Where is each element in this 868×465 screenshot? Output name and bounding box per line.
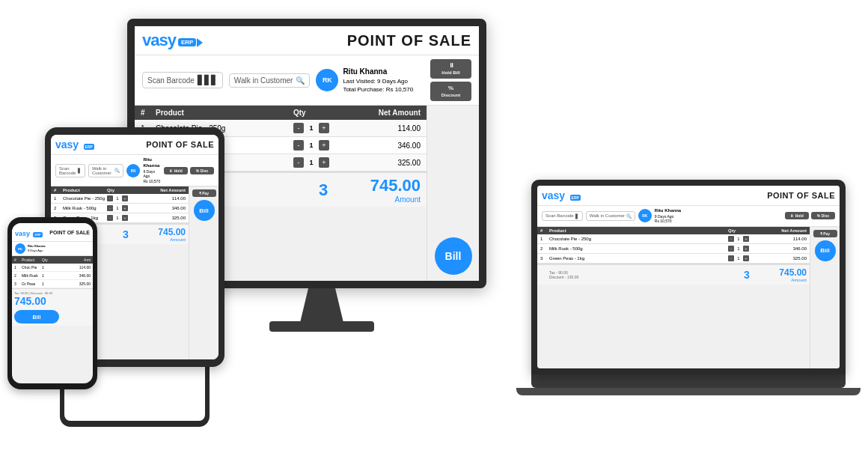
tablet-table-header: # Product Qty Net Amount	[51, 186, 189, 194]
laptop-bill-btn[interactable]: Bill	[815, 240, 836, 261]
tablet-toolbar: Scan Barcode ▋ Walk in Customer 🔍 RK Rit…	[51, 155, 218, 186]
tablet-total-amount-cell: 745.00 Amount	[144, 227, 186, 242]
phone-header: vasy ERP POINT OF SALE	[12, 223, 93, 242]
tablet-amt3: 325.00	[144, 216, 186, 220]
col-product: Product	[63, 188, 107, 192]
phone-logo: vasy ERP	[15, 225, 43, 239]
tablet-amt1: 114.00	[144, 196, 186, 201]
laptop-row2: 2Milk Rusk - 500g -1+ 346.00	[537, 244, 810, 254]
monitor-stand	[299, 288, 344, 326]
laptop-table-header: # Product Qty Net Amount	[537, 227, 810, 234]
tablet-discount-btn[interactable]: % Disc	[190, 167, 214, 174]
row3-qty-control[interactable]: - 1 +	[293, 157, 353, 168]
barcode-label: Scan Barcode	[147, 76, 195, 85]
tablet-search-icon: 🔍	[114, 168, 120, 173]
col-qty: Qty	[107, 188, 144, 192]
hold-bill-button[interactable]: ⏸ Hold Bill	[430, 59, 471, 79]
logo-arrow-icon	[197, 38, 203, 47]
phone-brand: vasy	[15, 230, 30, 237]
laptop-search-icon: 🔍	[626, 213, 632, 219]
laptop-hold-btn[interactable]: ⏸ Hold	[785, 212, 809, 219]
tablet-header: vasy ERP POINT OF SALE	[51, 135, 218, 155]
tablet-qty-plus2[interactable]: +	[122, 205, 128, 211]
laptop-customer-input[interactable]: Walk in Customer 🔍	[586, 211, 635, 221]
tablet-qty-plus3[interactable]: +	[122, 215, 128, 221]
tablet-bill-btn[interactable]: Bill	[194, 200, 215, 221]
tablet-scan[interactable]: Scan Barcode ▋	[55, 164, 85, 177]
total-qty: 3	[293, 180, 353, 200]
laptop-scan[interactable]: Scan Barcode ▋	[542, 211, 583, 221]
walk-in-customer-input[interactable]: Walk in Customer 🔍	[229, 73, 311, 88]
lp-qty-plus1[interactable]: +	[743, 236, 749, 242]
lp-qty2[interactable]: -1+	[728, 246, 765, 252]
laptop-discount-btn[interactable]: % Disc	[811, 212, 835, 219]
qty-minus-btn[interactable]: -	[293, 123, 304, 133]
tablet-brand: vasy	[55, 139, 79, 151]
lp-qty-minus3[interactable]: -	[728, 255, 734, 261]
tablet-qty-plus[interactable]: +	[122, 195, 128, 201]
col-amount: Net Amount	[144, 188, 186, 192]
lp-qty-minus2[interactable]: -	[728, 246, 734, 252]
phone-erp: ERP	[33, 232, 42, 237]
qty-plus-btn[interactable]: +	[319, 123, 329, 133]
hold-label: Hold Bill	[441, 70, 459, 75]
laptop-toolbar: Scan Barcode ▋ Walk in Customer 🔍 RK Rit…	[537, 206, 840, 227]
phone-bill-btn[interactable]: Bill	[14, 310, 59, 323]
total-amount-label: Amount	[353, 195, 421, 204]
customer-last-visited: Last Visited: 9 Days Ago	[343, 77, 413, 85]
tablet-amt2: 346.00	[144, 206, 186, 210]
row2-amount: 346.00	[353, 142, 421, 150]
tablet-qty-minus2[interactable]: -	[107, 205, 113, 211]
lp-col-product: Product	[549, 228, 728, 233]
bill-button[interactable]: Bill	[435, 237, 472, 275]
laptop-customer-label: Walk in Customer	[590, 213, 625, 218]
phone-customer-info: Ritu Khanna 9 Days Ago	[28, 244, 46, 252]
tablet-qty3[interactable]: -1+	[107, 215, 144, 221]
tablet-scan-label: Scan Barcode	[59, 166, 76, 175]
lp-qty-plus2[interactable]: +	[743, 246, 749, 252]
customer-info: RK Ritu Khanna Last Visited: 9 Days Ago …	[316, 67, 424, 94]
qty-minus-btn[interactable]: -	[293, 157, 304, 168]
scan-barcode-input[interactable]: Scan Barcode ▋▋▋	[142, 72, 223, 88]
tablet-logo: vasy ERP	[55, 138, 94, 151]
laptop-logo: vasy ERP	[542, 189, 581, 202]
tablet-qty1[interactable]: -1+	[107, 195, 144, 201]
laptop-screen-container: vasy ERP POINT OF SALE Scan Barcode ▋ Wa…	[531, 180, 846, 374]
lp-qty-plus3[interactable]: +	[743, 255, 749, 261]
tablet-row1: 1Chocolate Pie - 250g -1+ 114.00	[51, 194, 189, 204]
qty-minus-btn[interactable]: -	[293, 140, 304, 151]
lp-col-num: #	[540, 228, 549, 233]
lp-qty3[interactable]: -1+	[728, 255, 765, 261]
discount-button[interactable]: % Discount	[430, 82, 471, 101]
monitor-header: vasyERP POINT OF SALE	[135, 26, 479, 55]
laptop-total-label: Amount	[765, 278, 807, 282]
lp-amt1: 114.00	[765, 237, 807, 241]
row2-qty-control[interactable]: - 1 +	[293, 140, 353, 151]
lp-qty-minus1[interactable]: -	[728, 236, 734, 242]
tablet-hold-btn[interactable]: ⏸ Hold	[164, 167, 188, 174]
tablet-row2: 2Milk Rusk - 500g -1+ 346.00	[51, 204, 189, 213]
laptop-pos-title: POINT OF SALE	[767, 191, 835, 200]
action-buttons: ⏸ Hold Bill % Discount	[430, 59, 471, 101]
tablet-qty2[interactable]: -1+	[107, 205, 144, 211]
col-num: #	[141, 109, 156, 117]
lp-qty1[interactable]: -1+	[728, 236, 765, 242]
row1-qty-control[interactable]: - 1 +	[293, 123, 353, 133]
tablet-total-amount: 745.00	[144, 227, 186, 237]
row2-qty-val: 1	[305, 142, 317, 149]
tablet-qty-minus[interactable]: -	[107, 195, 113, 201]
qty-plus-btn[interactable]: +	[319, 157, 329, 168]
laptop-row3: 3Green Peas - 1kg -1+ 325.00	[537, 254, 810, 264]
col-amount: Net Amount	[353, 109, 421, 117]
customer-name: Ritu Khanna	[343, 67, 413, 77]
customer-total-purchase: Total Purchase: Rs 10,570	[343, 85, 413, 94]
brand-name: vasy	[142, 31, 176, 49]
laptop-action-btns: ⏸ Hold % Disc	[785, 212, 835, 219]
qty-plus-btn[interactable]: +	[319, 140, 329, 151]
tablet-qty-minus3[interactable]: -	[107, 215, 113, 221]
tablet-last-visited: 9 Days Ago	[143, 169, 161, 179]
tablet-customer[interactable]: Walk in Customer 🔍	[88, 164, 124, 177]
laptop-brand: vasy	[542, 189, 565, 201]
tablet-pay-btn[interactable]: ₹ Pay	[192, 189, 216, 197]
laptop-pay-btn[interactable]: ₹ Pay	[813, 230, 837, 237]
